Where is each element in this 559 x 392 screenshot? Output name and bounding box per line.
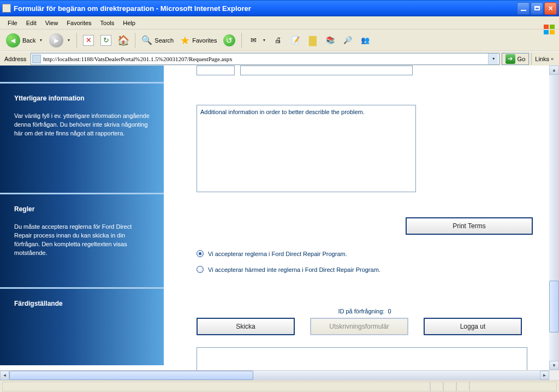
- forward-icon: ►: [49, 33, 63, 47]
- svg-rect-0: [544, 25, 549, 29]
- refresh-icon: ↻: [100, 35, 111, 46]
- tool-icon: 🔎: [342, 35, 353, 46]
- search-icon: 🔍: [141, 35, 152, 46]
- scroll-right-arrow[interactable]: ►: [540, 371, 549, 380]
- stop-icon: ✕: [83, 35, 94, 46]
- address-bar: Address ▼ ➔ Go Links »: [0, 51, 559, 66]
- back-button[interactable]: ◄ Back ▼: [3, 32, 45, 49]
- mail-button[interactable]: ✉▼: [245, 33, 269, 47]
- sidebar: Ytterligare information Var vänlig fyll …: [0, 66, 164, 370]
- radio-accept-row[interactable]: Vi accepterar reglerna i Ford Direct Rep…: [197, 250, 533, 257]
- window-title: Formulär för begäran om direktreparation…: [14, 4, 517, 13]
- sidebar-heading-complete: Färdigställande: [14, 300, 150, 307]
- chevron-down-icon: ▼: [39, 38, 43, 42]
- small-input-left[interactable]: [197, 66, 235, 75]
- tool-button[interactable]: 🔎: [340, 33, 356, 47]
- menu-help[interactable]: Help: [118, 19, 140, 27]
- status-icon-3: [456, 382, 469, 391]
- menu-view[interactable]: View: [41, 19, 63, 27]
- scroll-left-arrow[interactable]: ◄: [0, 371, 9, 380]
- separator: [76, 33, 77, 48]
- links-toolbar[interactable]: Links »: [531, 53, 557, 65]
- menu-tools[interactable]: Tools: [96, 19, 119, 27]
- radio-accept-label: Vi accepterar reglerna i Ford Direct Rep…: [208, 251, 347, 257]
- radio-accept[interactable]: [197, 250, 204, 257]
- menu-edit[interactable]: Edit: [22, 19, 41, 27]
- status-text: [2, 382, 430, 391]
- svg-rect-2: [544, 30, 549, 34]
- history-button[interactable]: ↺: [221, 33, 238, 48]
- svg-rect-3: [550, 30, 555, 34]
- research-button[interactable]: 📚: [322, 33, 338, 47]
- edit-button[interactable]: 📝: [287, 33, 304, 47]
- favorites-button[interactable]: ★ Favorites: [177, 32, 219, 49]
- radio-reject-label: Vi accepterar härmed inte reglerna i For…: [208, 266, 380, 273]
- sidebar-section-additional: Ytterligare information Var vänlig fyll …: [0, 84, 164, 193]
- status-icon-1: [430, 382, 443, 391]
- forward-button[interactable]: ► ▼: [46, 32, 73, 49]
- stop-button[interactable]: ✕: [80, 33, 97, 47]
- radio-reject-row[interactable]: Vi accepterar härmed inte reglerna i For…: [197, 266, 533, 273]
- mail-icon: ✉: [248, 35, 259, 46]
- utskrivningsformular-button: Utskrivningsformulär: [310, 318, 408, 335]
- go-icon: ➔: [506, 54, 515, 64]
- address-dropdown[interactable]: ▼: [488, 54, 498, 64]
- history-icon: ↺: [223, 34, 235, 46]
- scroll-up-arrow[interactable]: ▲: [549, 66, 559, 75]
- skicka-button[interactable]: Skicka: [197, 318, 295, 335]
- separator: [241, 33, 242, 48]
- messenger-button[interactable]: 👥: [357, 33, 373, 47]
- window-titlebar: Formulär för begäran om direktreparation…: [0, 0, 559, 16]
- separator: [135, 33, 135, 48]
- home-icon: 🏠: [118, 35, 129, 46]
- additional-info-textarea[interactable]: Additional information in order to bette…: [197, 105, 416, 192]
- scroll-corner: [549, 370, 559, 380]
- note-icon: ▇: [307, 35, 318, 46]
- minimize-button[interactable]: [517, 2, 530, 15]
- vscroll-thumb[interactable]: [549, 281, 559, 332]
- status-zone: [469, 382, 557, 391]
- discuss-button[interactable]: ▇: [305, 33, 321, 47]
- messenger-icon: 👥: [360, 35, 371, 46]
- request-id-value: 0: [388, 308, 391, 314]
- menu-file[interactable]: File: [3, 19, 22, 27]
- edit-icon: 📝: [290, 35, 301, 46]
- scroll-down-arrow[interactable]: ▼: [549, 361, 559, 370]
- refresh-button[interactable]: ↻: [98, 33, 114, 47]
- print-icon: 🖨: [272, 35, 283, 46]
- favicon-icon: [32, 55, 41, 63]
- svg-rect-1: [550, 25, 555, 29]
- maximize-button[interactable]: [531, 2, 543, 15]
- back-icon: ◄: [6, 33, 20, 47]
- hscroll-thumb[interactable]: [9, 371, 253, 380]
- sidebar-heading-additional: Ytterligare information: [14, 94, 150, 102]
- sidebar-heading-rules: Regler: [14, 205, 150, 213]
- close-button[interactable]: ×: [544, 2, 557, 15]
- browser-viewport: Ytterligare information Var vänlig fyll …: [0, 66, 559, 380]
- sidebar-section-complete: Färdigställande: [0, 289, 164, 365]
- logga-ut-button[interactable]: Logga ut: [424, 318, 522, 335]
- search-button[interactable]: 🔍 Search: [139, 33, 176, 47]
- request-id-row: ID på förfrågning: 0: [197, 308, 533, 314]
- windows-flag-icon: [539, 16, 559, 43]
- print-button[interactable]: 🖨: [270, 33, 286, 47]
- menu-favorites[interactable]: Favorites: [62, 19, 96, 27]
- address-input[interactable]: [43, 56, 487, 62]
- horizontal-scrollbar[interactable]: ◄ ►: [0, 370, 549, 380]
- output-textarea[interactable]: [197, 347, 527, 370]
- home-button[interactable]: 🏠: [115, 33, 132, 47]
- status-icon-2: [443, 382, 456, 391]
- small-input-right[interactable]: [240, 66, 413, 75]
- menu-bar: File Edit View Favorites Tools Help: [0, 16, 559, 29]
- chevron-down-icon: ▼: [67, 38, 70, 42]
- sidebar-text-rules: Du måste acceptera reglerna för Ford Dir…: [14, 223, 150, 258]
- sidebar-text-additional: Var vänlig fyll i ev. ytterligare inform…: [14, 112, 150, 138]
- go-button[interactable]: ➔ Go: [502, 53, 530, 65]
- address-label: Address: [2, 56, 28, 62]
- research-icon: 📚: [325, 35, 336, 46]
- vertical-scrollbar[interactable]: ▲ ▼: [549, 66, 559, 370]
- toolbar: ◄ Back ▼ ► ▼ ✕ ↻ 🏠 🔍 Search ★ Favorites …: [0, 29, 559, 51]
- main-area: Additional information in order to bette…: [164, 66, 549, 370]
- radio-reject[interactable]: [197, 266, 204, 273]
- print-terms-button[interactable]: Print Terms: [406, 217, 533, 235]
